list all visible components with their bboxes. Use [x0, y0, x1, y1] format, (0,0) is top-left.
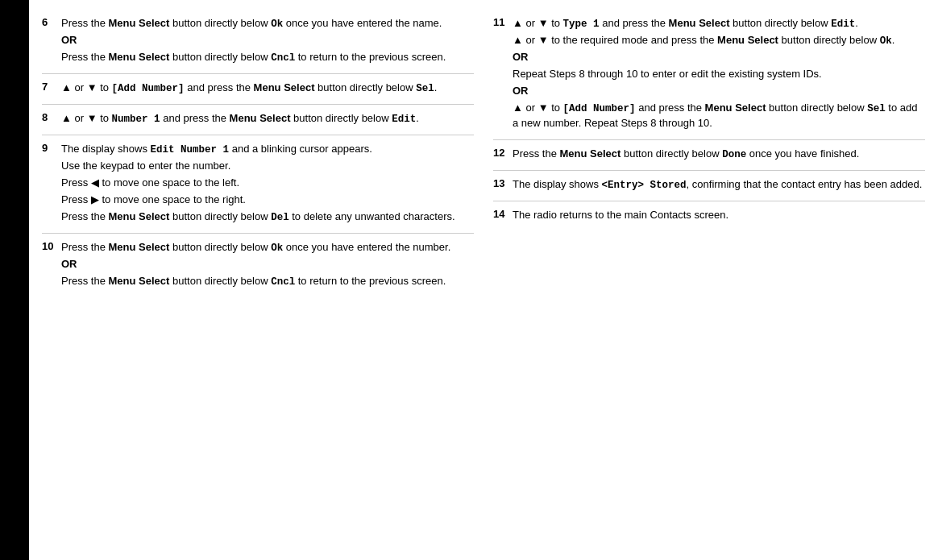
mono-text: Cncl: [271, 276, 295, 288]
bold-text: Menu Select: [109, 275, 170, 287]
bold-text: Menu Select: [254, 81, 315, 93]
step-paragraph: Press the Menu Select button directly be…: [513, 147, 859, 162]
step-paragraph: Press ◀ to move one space to the left.: [61, 176, 455, 191]
step-11: 11▲ or ▼ to Type 1 and press the Menu Se…: [493, 10, 925, 140]
step-content: The display shows <Entry> Stored, confir…: [513, 177, 922, 194]
mono-text: [Add Number]: [563, 103, 636, 114]
step-paragraph: ▲ or ▼ to [Add Number] and press the Men…: [61, 81, 437, 96]
mono-text: Ok: [271, 243, 283, 254]
step-10: 10Press the Menu Select button directly …: [42, 234, 474, 297]
step-paragraph: ▲ or ▼ to Type 1 and press the Menu Sele…: [513, 16, 925, 31]
right-column: 11▲ or ▼ to Type 1 and press the Menu Se…: [493, 10, 925, 550]
step-number: 9: [42, 142, 56, 226]
step-paragraph: Press the Menu Select button directly be…: [61, 50, 446, 65]
left-column: 6Press the Menu Select button directly b…: [42, 10, 474, 550]
bold-text: Menu Select: [560, 147, 621, 160]
step-6: 6Press the Menu Select button directly b…: [42, 10, 474, 74]
mono-text: Done: [722, 149, 746, 160]
bold-text: OR: [513, 85, 529, 97]
step-paragraph: OR: [513, 84, 925, 99]
step-number: 12: [493, 147, 508, 164]
step-8: 8▲ or ▼ to Number 1 and press the Menu S…: [42, 105, 474, 135]
step-paragraph: OR: [513, 50, 925, 65]
step-paragraph: ▲ or ▼ to [Add Number] and press the Men…: [513, 101, 925, 131]
bold-text: Menu Select: [717, 34, 778, 46]
step-number: 14: [493, 208, 508, 225]
mono-text: Sel: [416, 83, 434, 94]
step-9: 9The display shows Edit Number 1 and a b…: [42, 135, 474, 234]
bold-text: Menu Select: [109, 241, 170, 253]
step-paragraph: Press the Menu Select button directly be…: [61, 274, 450, 289]
mono-text: Sel: [867, 103, 886, 114]
step-content: ▲ or ▼ to Type 1 and press the Menu Sele…: [513, 16, 925, 133]
step-number: 6: [42, 16, 56, 67]
bold-text: OR: [61, 258, 77, 270]
step-paragraph: OR: [61, 257, 450, 272]
step-paragraph: ▲ or ▼ to Number 1 and press the Menu Se…: [61, 111, 419, 127]
step-paragraph: Press ▶ to move one space to the right.: [61, 193, 455, 208]
bold-text: Menu Select: [705, 102, 766, 114]
step-content: The radio returns to the main Contacts s…: [513, 208, 728, 225]
bold-text: OR: [61, 34, 77, 46]
step-paragraph: Press the Menu Select button directly be…: [61, 209, 455, 225]
step-paragraph: The radio returns to the main Contacts s…: [513, 208, 728, 223]
bold-text: Menu Select: [669, 17, 730, 29]
sidebar: [0, 0, 29, 560]
step-number: 10: [42, 240, 56, 291]
step-paragraph: Repeat Steps 8 through 10 to enter or ed…: [513, 67, 925, 82]
mono-text: Del: [271, 212, 289, 223]
step-content: Press the Menu Select button directly be…: [61, 16, 446, 67]
step-content: ▲ or ▼ to [Add Number] and press the Men…: [61, 81, 437, 97]
mono-text: Ok: [880, 35, 892, 47]
step-number: 8: [42, 111, 56, 128]
bold-text: Menu Select: [109, 17, 170, 29]
step-paragraph: Press the Menu Select button directly be…: [61, 16, 446, 31]
step-12: 12Press the Menu Select button directly …: [493, 140, 925, 171]
mono-text: <Entry> Stored: [602, 180, 687, 191]
step-13: 13The display shows <Entry> Stored, conf…: [493, 171, 925, 201]
mono-text: Cncl: [271, 52, 295, 64]
step-14: 14The radio returns to the main Contacts…: [493, 201, 925, 231]
step-paragraph: The display shows Edit Number 1 and a bl…: [61, 142, 455, 157]
mono-text: Edit: [392, 114, 416, 125]
mono-text: Edit Number 1: [151, 144, 230, 156]
step-7: 7▲ or ▼ to [Add Number] and press the Me…: [42, 74, 474, 105]
step-paragraph: OR: [61, 33, 446, 48]
mono-text: Edit: [831, 19, 855, 30]
step-number: 7: [42, 81, 56, 97]
mono-text: Number 1: [112, 114, 160, 125]
bold-text: Menu Select: [230, 112, 291, 124]
step-number: 11: [493, 16, 508, 133]
step-content: Press the Menu Select button directly be…: [61, 240, 450, 291]
bold-text: OR: [513, 51, 529, 63]
main-content: 6Press the Menu Select button directly b…: [29, 0, 938, 560]
mono-text: Ok: [271, 19, 283, 30]
step-content: The display shows Edit Number 1 and a bl…: [61, 142, 455, 226]
step-paragraph: The display shows <Entry> Stored, confir…: [513, 177, 922, 193]
step-content: Press the Menu Select button directly be…: [513, 147, 859, 164]
mono-text: Type 1: [563, 19, 600, 30]
bold-text: Menu Select: [109, 210, 170, 222]
step-number: 13: [493, 177, 508, 194]
mono-text: [Add Number]: [112, 83, 185, 94]
step-paragraph: ▲ or ▼ to the required mode and press th…: [513, 33, 925, 48]
step-paragraph: Press the Menu Select button directly be…: [61, 240, 450, 255]
bold-text: Menu Select: [109, 51, 170, 63]
step-paragraph: Use the keypad to enter the number.: [61, 159, 455, 174]
step-content: ▲ or ▼ to Number 1 and press the Menu Se…: [61, 111, 419, 128]
